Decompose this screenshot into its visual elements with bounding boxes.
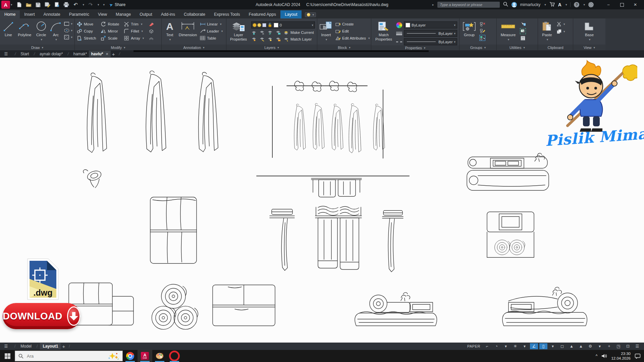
file-tab-menu-icon[interactable]: ☰ bbox=[3, 51, 9, 57]
copy-button[interactable]: Copy bbox=[77, 28, 96, 34]
panel-label-view[interactable]: View▾ bbox=[573, 45, 605, 50]
panel-label-properties[interactable]: Properties▾ bbox=[371, 45, 459, 50]
isodraft-caret-icon[interactable]: ▾ bbox=[521, 343, 529, 349]
towel-hanging-1[interactable] bbox=[87, 73, 107, 153]
notification-icon[interactable] bbox=[635, 353, 641, 359]
new-layout-button[interactable]: + bbox=[62, 344, 65, 349]
make-current-button[interactable]: Make Current bbox=[283, 30, 314, 35]
edit-attributes-button[interactable]: Edit Attributes▾ bbox=[335, 36, 370, 41]
towel-decor-set-1[interactable] bbox=[355, 293, 437, 326]
search-expand-icon[interactable]: ▸ bbox=[432, 3, 434, 6]
tab-express-tools[interactable]: Express Tools bbox=[210, 10, 245, 18]
array-button[interactable]: Array▾ bbox=[124, 36, 144, 41]
layout-menu-icon[interactable]: ☰ bbox=[3, 344, 9, 349]
help-caret-icon[interactable]: ▾ bbox=[583, 3, 585, 6]
plot-icon[interactable] bbox=[54, 2, 60, 8]
paper-space-toggle[interactable]: PAPER bbox=[467, 344, 480, 348]
text-button[interactable]: A Text ▾ bbox=[164, 20, 176, 41]
panel-label-block[interactable]: Block▾ bbox=[317, 45, 371, 50]
autodesk-caret-icon[interactable]: ▾ bbox=[566, 3, 567, 6]
explode-icon[interactable] bbox=[149, 28, 154, 34]
match-layer-button[interactable]: Match Layer bbox=[283, 37, 312, 42]
tab-annotate[interactable]: Annotate bbox=[39, 10, 65, 18]
rotate-button[interactable]: Rotate bbox=[101, 21, 119, 27]
towel-hanging-3[interactable] bbox=[199, 72, 218, 152]
layout1-tab[interactable]: Layout1 bbox=[40, 343, 61, 350]
ribbon-display-options[interactable]: ▾ bbox=[305, 12, 316, 17]
polyline-button[interactable]: Polyline bbox=[17, 20, 32, 37]
layer-off-icon[interactable] bbox=[251, 30, 257, 35]
towel-rolls-trio[interactable] bbox=[152, 284, 198, 329]
rectangle-button[interactable]: ▾ bbox=[64, 21, 72, 26]
isodraft-toggle[interactable]: ✳ bbox=[511, 343, 519, 349]
taskbar-clock[interactable]: 23:30 12.04.2026 bbox=[611, 351, 631, 361]
undo-icon[interactable]: ↶ bbox=[73, 2, 79, 8]
start-button[interactable] bbox=[0, 350, 15, 362]
selection-cycling-toggle[interactable]: ◻ bbox=[558, 343, 566, 349]
arc-button[interactable]: Arc ▾ bbox=[50, 20, 61, 41]
osnap-3d-toggle[interactable]: ▲ bbox=[568, 343, 576, 349]
minimize-button[interactable]: – bbox=[602, 0, 615, 9]
redo-icon[interactable]: ↷ bbox=[88, 2, 94, 8]
leader-button[interactable]: Leader▾ bbox=[200, 28, 223, 34]
select-window-icon[interactable] bbox=[520, 28, 526, 34]
towel-row-small[interactable] bbox=[272, 86, 385, 158]
ortho-toggle[interactable]: ⌐ bbox=[483, 343, 491, 349]
offset-icon[interactable] bbox=[149, 36, 154, 41]
move-button[interactable]: Move bbox=[77, 21, 96, 27]
panel-label-modify[interactable]: Modify▾ bbox=[75, 45, 161, 50]
object-color-select[interactable]: ByLayer ▾ bbox=[404, 21, 457, 28]
tab-layout[interactable]: Layout bbox=[280, 10, 302, 18]
user-menu-caret-icon[interactable]: ▾ bbox=[544, 3, 546, 6]
towel-rolled-on-hook[interactable] bbox=[83, 169, 102, 188]
quick-select-icon[interactable] bbox=[520, 21, 526, 27]
clean-screen-icon[interactable]: ⊡ bbox=[624, 343, 632, 349]
hatch-button[interactable]: ▾ bbox=[64, 35, 72, 40]
layer-lock-button-icon[interactable] bbox=[275, 30, 281, 35]
close-button[interactable]: ✕ bbox=[629, 0, 642, 9]
tab-home[interactable]: Home bbox=[0, 10, 20, 18]
close-tab-icon[interactable]: ✕ bbox=[105, 52, 108, 56]
tab-insert[interactable]: Insert bbox=[20, 10, 39, 18]
app-menu-caret-icon[interactable]: ▾ bbox=[11, 3, 12, 6]
save-icon[interactable] bbox=[35, 2, 41, 8]
dimension-button[interactable]: Dimension bbox=[178, 20, 198, 37]
lineweight-caret-icon[interactable]: ▾ bbox=[549, 343, 557, 349]
isolate-objects-icon[interactable]: ◳ bbox=[614, 343, 623, 349]
group-selectable-icon[interactable] bbox=[479, 35, 485, 41]
save-as-icon[interactable] bbox=[45, 2, 51, 8]
hook-rail[interactable] bbox=[287, 81, 367, 92]
layer-select[interactable]: 🔓 0 ▾ bbox=[251, 21, 315, 28]
annotation-gear-icon[interactable]: ⚙ bbox=[586, 343, 594, 349]
redo-caret-icon[interactable]: ▾ bbox=[98, 3, 99, 6]
print-icon[interactable] bbox=[63, 2, 69, 8]
paste-button[interactable]: Paste ▾ bbox=[540, 20, 554, 41]
file-tab-havlu-active[interactable]: havlu* ✕ bbox=[89, 51, 110, 57]
towel-folded-band-right[interactable] bbox=[467, 153, 549, 190]
towel-bar-center[interactable] bbox=[315, 206, 362, 269]
group-edit-icon[interactable] bbox=[480, 28, 485, 34]
tab-view[interactable]: View bbox=[94, 10, 111, 18]
layer-isolate-icon[interactable] bbox=[259, 30, 265, 35]
restore-button[interactable] bbox=[615, 0, 629, 9]
new-drawing-tab-button[interactable]: + bbox=[112, 51, 115, 57]
quick-calculator-icon[interactable] bbox=[520, 36, 526, 41]
towel-stack-bottom-center[interactable] bbox=[213, 285, 275, 326]
user-name[interactable]: mimarlucky bbox=[520, 2, 541, 7]
base-button[interactable]: Base ▾ bbox=[582, 20, 597, 41]
cart-icon[interactable] bbox=[549, 2, 555, 8]
new-file-icon[interactable] bbox=[16, 2, 22, 8]
help-icon[interactable]: ? bbox=[574, 2, 579, 7]
wall-rack-towels[interactable] bbox=[311, 178, 362, 197]
measure-button[interactable]: Measure ▾ bbox=[499, 20, 518, 41]
erase-icon[interactable] bbox=[149, 21, 154, 27]
layer-walk-icon[interactable] bbox=[251, 37, 257, 42]
file-tab-aynali-dolap[interactable]: aynalı dolap* bbox=[38, 51, 65, 57]
cut-icon[interactable] bbox=[556, 21, 562, 27]
taskbar-opera-icon[interactable] bbox=[167, 350, 182, 362]
scale-button[interactable]: Scale bbox=[101, 36, 119, 41]
circle-button[interactable]: Circle ▾ bbox=[35, 20, 48, 41]
model-tab[interactable]: Model bbox=[18, 343, 34, 350]
towel-hanger-right[interactable] bbox=[382, 210, 403, 272]
linetype-select[interactable]: ByLayer ▾ bbox=[404, 38, 457, 45]
